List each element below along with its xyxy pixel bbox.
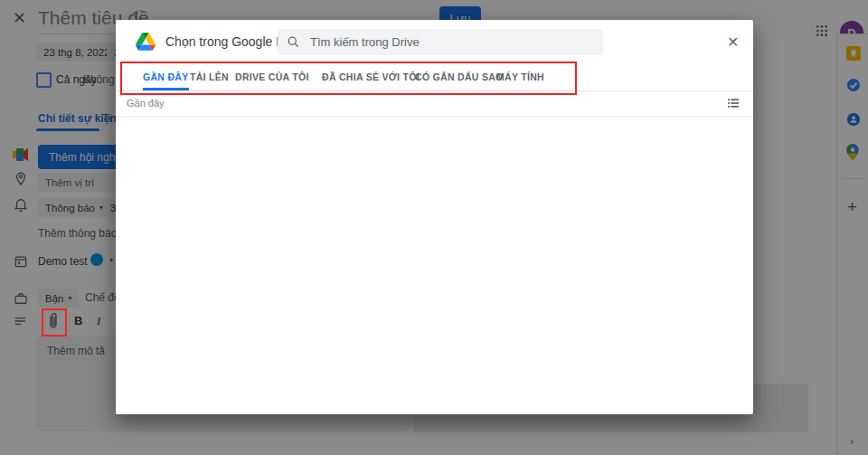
screen: ✕ Thêm tiêu đề Lưu D 23 thg 8, 2022 3 Cả… [0,0,868,455]
search-icon [287,35,300,49]
google-drive-logo-icon [136,33,156,51]
drive-search-box[interactable] [278,29,603,55]
annotation-box-paperclip [42,308,67,337]
list-view-icon[interactable] [726,96,741,110]
annotation-box-picker-tabs [120,62,577,95]
section-header-row: Gần đây [116,91,753,117]
search-input[interactable] [308,34,594,50]
close-dialog-icon[interactable]: ✕ [727,33,739,51]
